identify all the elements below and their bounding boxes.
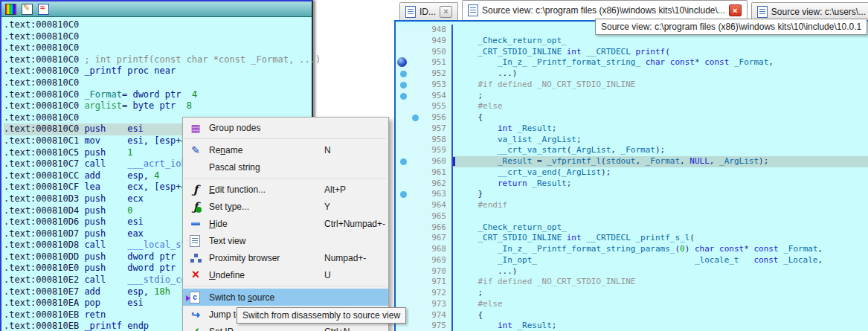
disasm-line[interactable]: .text:000810C0 [4,42,312,54]
source-line[interactable]: 956 { [396,112,868,123]
code-token: , [611,145,620,155]
menu-item-group-nodes[interactable]: Group nodes [183,119,388,136]
menu-item-pascal-string[interactable]: Pascal string [183,158,388,176]
source-line[interactable]: 967 _CRT_STDIO_INLINE int __CRTDECL _pri… [396,233,868,244]
menu-item-undefine[interactable]: UndefineU [183,266,388,283]
breakpoint-gutter[interactable] [396,135,417,146]
close-icon[interactable] [440,6,452,18]
source-line[interactable]: 958 va_list _ArgList; [396,135,868,146]
source-line[interactable]: 950 _CRT_STDIO_INLINE int __CRTDECL prin… [396,47,868,58]
chart-icon[interactable] [38,4,49,15]
source-line[interactable]: 968 _In_z_ _Printf_format_string_params_… [396,244,868,255]
breakpoint-gutter[interactable] [396,255,417,266]
source-line[interactable]: 961 __crt_va_end(_ArgList); [396,167,868,179]
edit-icon[interactable] [22,4,33,15]
source-line-current[interactable]: 960 _Result = _vfprintf_l(stdout, _Forma… [396,156,868,167]
source-line[interactable]: 966 _Check_return_opt_ [396,222,868,234]
source-line[interactable]: 951 _In_z_ _Printf_format_string_ char c… [396,57,868,68]
source-line[interactable]: 955 #else [396,101,868,112]
code-token: ecx, [esp+ [127,181,181,192]
menu-item-text-view[interactable]: Text view [183,232,388,249]
breakpoint-gutter[interactable] [396,47,417,58]
source-line[interactable]: 952 ...) [396,68,868,80]
menu-item-switch-to-source[interactable]: Switch to source [183,289,388,306]
code-token: , [818,244,823,254]
menu-item-tooltip: Switch from disassembly to source view [237,307,406,324]
code-token: 4 [154,170,159,181]
source-line[interactable]: 975 int _Result; [396,321,868,331]
source-line[interactable]: 953 #if defined _NO_CRT_STDIO_INLINE [396,80,868,91]
menu-item-edit-function[interactable]: Edit function...Alt+P [183,181,388,198]
source-line[interactable]: 959 __crt_va_start(_ArgList, _Format); [396,145,868,156]
disasm-line[interactable]: .text:000810C0 [4,31,312,43]
breakpoint-dot-icon [412,115,419,121]
code-token: _Format [646,156,680,166]
breakpoint-gutter[interactable] [396,189,417,200]
breakpoint-gutter[interactable] [396,80,417,91]
menu-item-rename[interactable]: RenameN [183,141,388,158]
breakpoint-gutter[interactable] [396,277,417,288]
colors-icon[interactable] [5,4,16,15]
code-token: const [719,244,744,254]
source-line[interactable]: 972 ; [396,288,868,299]
breakpoint-gutter[interactable] [396,25,417,36]
source-code-text: } [453,189,868,200]
menu-shortcut: N [324,145,331,155]
menu-item-label: Switch to source [209,292,274,303]
tab-source-view-users[interactable]: Source view: c:\users\... [751,2,868,20]
breakpoint-gutter[interactable] [396,179,417,190]
breakpoint-gutter[interactable] [396,101,417,112]
disasm-line[interactable]: .text:000810C0 [4,77,312,89]
source-line[interactable]: 969 _In_opt_ _locale_t const _Locale, [396,255,868,266]
breakpoint-gutter[interactable] [396,112,417,123]
breakpoint-gutter[interactable] [396,167,417,179]
close-icon[interactable] [729,4,742,16]
breakpoint-gutter[interactable] [396,123,417,135]
tab-ida-view[interactable]: ID... [399,2,458,20]
code-token: .text:000810D3 [4,193,84,204]
disasm-line[interactable]: .text:000810C0 arglist= byte ptr 8 [4,100,312,112]
menu-item-proximity-browser[interactable]: Proximity browserNumpad+- [183,249,388,266]
source-line[interactable]: 962 return _Result; [396,179,868,190]
source-line[interactable]: 954 ; [396,91,868,102]
breakpoint-gutter[interactable] [396,266,417,277]
breakpoint-gutter[interactable] [396,222,417,234]
disasm-line[interactable]: .text:000810C0 _printf proc near [4,65,312,77]
source-line[interactable]: 957 int _Result; [396,123,868,135]
breakpoint-gutter[interactable] [396,233,417,244]
breakpoint-gutter[interactable] [396,211,417,222]
breakpoint-gutter[interactable] [396,288,417,299]
source-line[interactable]: 963 } [396,189,868,200]
menu-item-set-type[interactable]: Set type...Y [183,198,388,215]
breakpoint-gutter[interactable] [396,156,417,167]
source-line[interactable]: 974 { [396,310,868,321]
line-number: 969 [417,255,453,266]
code-token: .text:000810D8 [4,240,84,250]
breakpoint-gutter[interactable] [396,200,417,211]
source-line[interactable]: 970 ...) [396,266,868,277]
code-token: _printf [84,321,122,331]
source-line[interactable]: 971 #if defined _NO_CRT_STDIO_INLINE [396,277,868,288]
line-number: 968 [417,244,453,255]
breakpoint-gutter[interactable] [396,91,417,102]
source-line[interactable]: 973 #else [396,299,868,310]
source-line[interactable]: 965 [396,211,868,222]
code-token: __CRTDECL [586,233,631,242]
source-line[interactable]: 964 #endif [396,200,868,211]
disasm-line[interactable]: .text:000810C0 ; int printf(const char *… [4,54,312,66]
breakpoint-gutter[interactable] [396,145,417,156]
menu-item-label: Set IP [209,327,234,331]
breakpoint-gutter[interactable] [396,57,417,68]
breakpoint-gutter[interactable] [396,244,417,255]
code-token: proc near [122,65,176,76]
menu-item-hide[interactable]: HideCtrl+Numpad+- [183,215,388,232]
breakpoint-gutter[interactable] [396,68,417,80]
disasm-line[interactable]: .text:000810C0 _Format= dword ptr 4 [4,89,312,101]
source-line[interactable]: 949 _Check_return_opt_ [396,36,868,47]
line-number: 972 [417,288,453,299]
disasm-line[interactable]: .text:000810C0 [4,19,312,31]
tab-source-view-include[interactable]: Source view: c:\program files (x86)\wind… [462,0,748,20]
breakpoint-gutter[interactable] [396,36,417,47]
menu-item-set-ip[interactable]: Set IPCtrl+N [183,323,388,331]
code-token: add [84,170,127,181]
